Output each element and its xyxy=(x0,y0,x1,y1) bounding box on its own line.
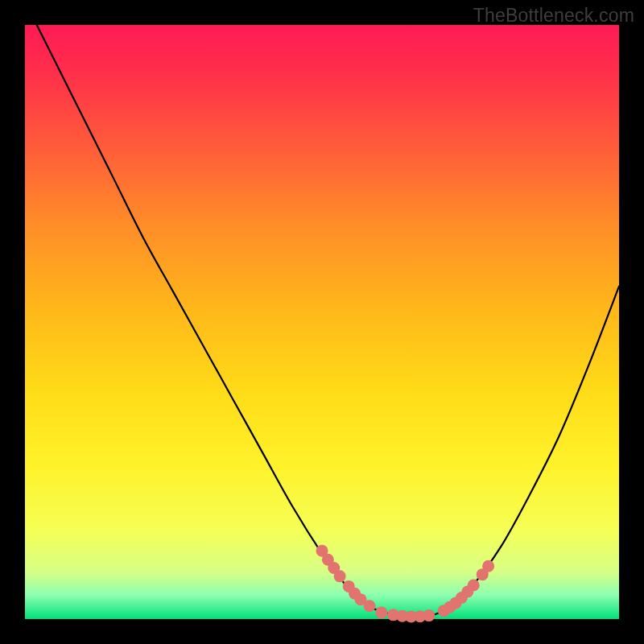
plot-area xyxy=(25,25,619,619)
highlight-markers xyxy=(316,545,495,623)
bottleneck-curve-svg xyxy=(25,25,619,619)
bottleneck-curve-path xyxy=(25,1,619,617)
highlight-point xyxy=(423,609,435,621)
chart-frame: TheBottleneck.com xyxy=(0,0,644,644)
watermark-text: TheBottleneck.com xyxy=(473,5,634,27)
highlight-point xyxy=(334,570,346,582)
highlight-point xyxy=(468,579,480,591)
highlight-point xyxy=(375,606,387,618)
highlight-point xyxy=(482,560,494,572)
highlight-point xyxy=(364,600,376,612)
